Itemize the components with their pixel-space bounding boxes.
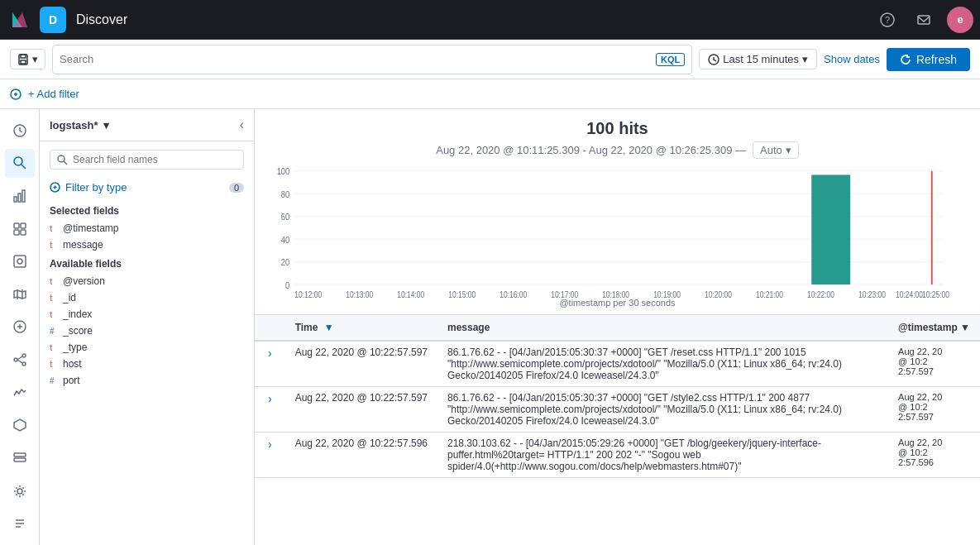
user-avatar[interactable]: e	[947, 7, 973, 33]
row-expand-button[interactable]: ›	[265, 347, 275, 360]
hits-count: 100	[586, 119, 614, 137]
svg-point-18	[17, 259, 22, 264]
svg-text:20: 20	[281, 257, 290, 267]
time-label: Last 15 minutes	[723, 53, 799, 65]
sidebar-header: logstash* ▾ ‹	[40, 109, 254, 141]
row-expand-button[interactable]: ›	[265, 437, 275, 451]
svg-rect-2	[918, 16, 930, 24]
row-expand-button[interactable]: ›	[265, 392, 275, 405]
data-table: Time ▼ message @timestamp ▼ › Aug 22, 20…	[255, 314, 980, 478]
svg-rect-15	[14, 230, 19, 235]
svg-text:10:16:00: 10:16:00	[500, 289, 527, 298]
show-dates-button[interactable]: Show dates	[824, 53, 880, 65]
svg-text:10:23:00: 10:23:00	[858, 289, 886, 298]
interval-chevron: ▾	[786, 144, 791, 156]
sidebar-search-input[interactable]	[73, 154, 237, 165]
svg-point-9	[14, 157, 22, 165]
kql-badge[interactable]: KQL	[656, 53, 685, 66]
save-chevron: ▾	[32, 53, 38, 65]
available-field-item[interactable]: #port	[40, 372, 254, 389]
field-name: port	[63, 375, 80, 386]
svg-text:10:18:00: 10:18:00	[602, 289, 629, 298]
svg-text:10:13:00: 10:13:00	[346, 289, 373, 298]
index-chevron: ▾	[103, 119, 109, 131]
interval-selector[interactable]: Auto ▾	[753, 141, 799, 159]
help-icon[interactable]: ?	[874, 7, 901, 33]
col-header-time[interactable]: Time ▼	[285, 315, 437, 342]
filter-type-icon	[50, 182, 60, 193]
svg-text:10:24:00: 10:24:00	[896, 289, 923, 298]
field-name: host	[63, 358, 82, 370]
sidebar-collapse-button[interactable]: ‹	[240, 117, 244, 132]
nav-list-icon[interactable]	[5, 509, 35, 538]
row-time-cell: Aug 22, 2020 @ 10:22:57.597	[285, 341, 437, 387]
field-name: _index	[63, 308, 92, 320]
left-nav	[0, 109, 40, 545]
field-name: _id	[63, 292, 76, 304]
selected-field-item[interactable]: tmessage	[40, 237, 254, 253]
nav-maps-icon[interactable]	[5, 280, 35, 309]
nav-right: ? e	[874, 7, 973, 33]
table-row: › Aug 22, 2020 @ 10:22:57.596 218.30.103…	[255, 433, 980, 478]
svg-point-25	[17, 489, 22, 494]
interval-label: Auto	[760, 144, 782, 156]
filter-count-badge: 0	[229, 183, 244, 193]
available-field-item[interactable]: t@version	[40, 273, 254, 289]
nav-clock-icon[interactable]	[5, 116, 35, 146]
app-icon: D	[40, 7, 66, 33]
add-filter-button[interactable]: + Add filter	[28, 88, 79, 100]
chart-header: 100 hits Aug 22, 2020 @ 10:11:25.309 - A…	[255, 109, 980, 165]
nav-infra-icon[interactable]	[5, 443, 35, 473]
save-search-button[interactable]: ▾	[10, 49, 45, 69]
mail-icon[interactable]	[911, 7, 937, 33]
nav-dashboard-icon[interactable]	[5, 214, 35, 244]
nav-graph-icon[interactable]	[5, 345, 35, 375]
row-message-cell: 218.30.103.62 - - [04/Jan/2015:05:29:26 …	[437, 433, 888, 478]
table-row: › Aug 22, 2020 @ 10:22:57.597 86.1.76.62…	[255, 387, 980, 433]
svg-rect-17	[14, 256, 26, 267]
selected-fields-list: t@timestamptmessage	[40, 220, 254, 253]
svg-rect-14	[21, 223, 26, 228]
available-field-item[interactable]: #_score	[40, 323, 254, 339]
available-field-item[interactable]: thost	[40, 356, 254, 372]
svg-rect-23	[14, 453, 26, 457]
svg-point-21	[22, 354, 26, 357]
sidebar-search-icon	[57, 155, 68, 165]
field-name: @timestamp	[63, 222, 119, 234]
table-body: › Aug 22, 2020 @ 10:22:57.597 86.1.76.62…	[255, 341, 980, 478]
selected-field-item[interactable]: t@timestamp	[40, 220, 254, 237]
nav-discover-icon[interactable]	[5, 149, 35, 179]
hits-label: hits	[619, 119, 648, 137]
filter-by-type-button[interactable]: Filter by type 0	[40, 178, 254, 200]
svg-text:10:19:00: 10:19:00	[653, 289, 681, 298]
field-type-indicator: t	[50, 343, 58, 352]
col-header-message: message	[437, 315, 888, 342]
available-field-item[interactable]: t_id	[40, 289, 254, 306]
row-expand-cell: ›	[255, 341, 285, 387]
kibana-logo	[7, 7, 33, 33]
refresh-button[interactable]: Refresh	[887, 48, 970, 71]
nav-ml-icon[interactable]	[5, 313, 35, 342]
search-input[interactable]	[60, 53, 656, 65]
index-pattern-selector[interactable]: logstash* ▾	[50, 119, 109, 131]
svg-rect-16	[21, 230, 26, 235]
available-field-item[interactable]: t_index	[40, 306, 254, 323]
svg-rect-12	[22, 190, 25, 202]
svg-rect-40	[811, 174, 850, 284]
svg-text:60: 60	[281, 212, 290, 222]
row-expand-cell: ›	[255, 387, 285, 433]
nav-canvas-icon[interactable]	[5, 246, 35, 276]
sidebar: logstash* ▾ ‹ Filter by type 0 Selected …	[40, 109, 255, 545]
chart-date-range: Aug 22, 2020 @ 10:11:25.309 - Aug 22, 20…	[255, 141, 980, 159]
time-picker-button[interactable]: Last 15 minutes ▾	[699, 49, 817, 69]
nav-visualize-icon[interactable]	[5, 181, 35, 211]
nav-apm-icon[interactable]	[5, 378, 35, 408]
filter-options-button[interactable]	[10, 88, 22, 100]
chart-wrap: 100 80 60 40 20 0	[255, 165, 980, 298]
field-type-indicator: t	[50, 360, 58, 369]
available-field-item[interactable]: t_type	[40, 339, 254, 356]
nav-settings-icon[interactable]	[5, 476, 35, 506]
svg-text:40: 40	[281, 235, 290, 245]
nav-siem-icon[interactable]	[5, 410, 35, 440]
sidebar-search	[50, 150, 244, 170]
